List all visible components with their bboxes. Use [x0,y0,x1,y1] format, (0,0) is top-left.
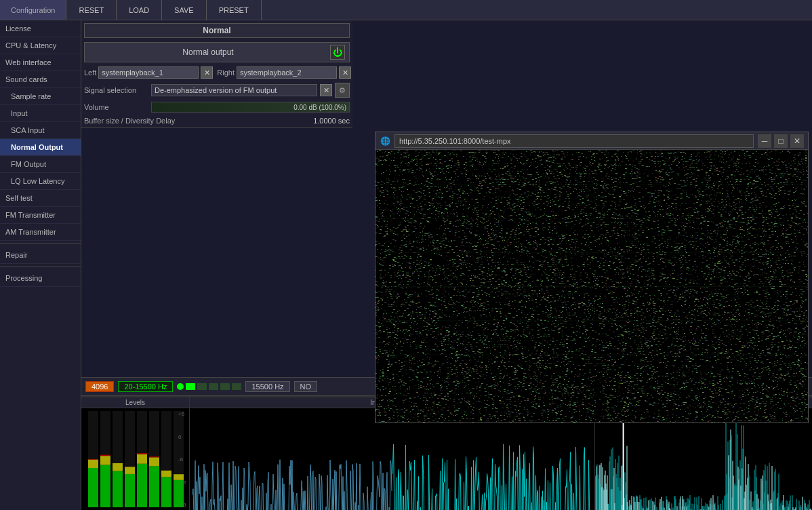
browser-content [375,150,808,423]
led-bar-3 [209,383,218,390]
right-clear-button[interactable]: ✕ [339,66,351,79]
volume-value: 0.00 dB (100.0%) [293,102,346,112]
buffer-label: Buffer size / Diversity Delay [84,117,199,125]
sidebar-item-license[interactable]: License [0,20,81,37]
sidebar-item-normal-output[interactable]: Normal Output [0,139,81,156]
led-bar-4 [220,383,230,390]
proc-value-1[interactable]: 4096 [85,381,114,392]
sidebar-item-fm-transmitter[interactable]: FM Transmitter [0,207,81,224]
sidebar-item-am-transmitter[interactable]: AM Transmitter [0,224,81,241]
right-label: Right [217,68,235,77]
buffer-value: 1.0000 sec [202,117,350,125]
volume-label: Volume [84,103,148,111]
browser-controls: ─ □ ✕ [758,134,804,148]
normal-output-label: Normal output [89,47,327,57]
sidebar-item-repair[interactable]: Repair [0,247,81,264]
close-button[interactable]: ✕ [790,134,804,148]
sidebar-item-sample-rate[interactable]: Sample rate [0,88,81,105]
levels-canvas [81,408,189,510]
io-canvas [190,408,594,510]
levels-content [81,408,189,510]
signal-selection-label: Signal selection [84,86,148,94]
signal-config-button[interactable]: ⚙ [335,83,350,98]
reset-button[interactable]: RESET [66,0,117,20]
signal-selection-input[interactable] [151,84,317,96]
load-button[interactable]: LOAD [117,0,162,20]
main-area: License CPU & Latency Web interface Soun… [0,20,812,510]
left-label: Left [84,68,96,77]
panel-title: Normal [84,23,350,38]
minimize-button[interactable]: ─ [758,134,771,148]
levels-title: Levels [81,397,189,408]
sidebar-item-processing[interactable]: Processing [0,270,81,287]
browser-titlebar: 🌐 ─ □ ✕ [375,132,808,150]
configuration-button[interactable]: Configuration [0,0,66,20]
browser-url-input[interactable] [394,134,754,148]
led-green [177,383,184,390]
proc-no-value[interactable]: NO [294,381,318,392]
sidebar-item-cpu-latency[interactable]: CPU & Latency [0,37,81,54]
left-channel-input[interactable] [98,66,199,79]
sidebar-item-lq-low-latency[interactable]: LQ Low Latency [0,173,81,190]
mpx-content [595,408,812,510]
sidebar-item-sca-input[interactable]: SCA Input [0,122,81,139]
led-bar-2 [197,383,207,390]
browser-icon: 🌐 [380,136,390,146]
sidebar-item-sound-cards[interactable]: Sound cards [0,71,81,88]
volume-bar[interactable]: 0.00 dB (100.0%) [151,102,350,113]
levels-section: Levels [81,397,190,510]
led-bar-1 [186,383,195,390]
left-clear-button[interactable]: ✕ [201,66,213,79]
sidebar: License CPU & Latency Web interface Soun… [0,20,81,510]
spectrum-canvas [375,150,808,423]
proc-freq-out[interactable]: 15500 Hz [245,381,289,392]
top-bar: Configuration RESET LOAD SAVE PRESET [0,0,812,20]
center-panel: Normal Normal output ⏻ Left ✕ Right ✕ [81,20,812,510]
sidebar-item-self-test[interactable]: Self test [0,190,81,207]
right-channel-input[interactable] [237,66,337,79]
led-bar-5 [232,383,241,390]
mpx-canvas [595,408,812,510]
signal-clear-button[interactable]: ✕ [320,84,332,96]
sidebar-item-input[interactable]: Input [0,105,81,122]
sidebar-item-web-interface[interactable]: Web interface [0,54,81,71]
preset-button[interactable]: PRESET [207,0,262,20]
io-content [190,408,594,510]
proc-freq-range[interactable]: 20-15500 Hz [118,381,173,392]
browser-window: 🌐 ─ □ ✕ [375,132,809,423]
maximize-button[interactable]: □ [774,134,788,148]
save-button[interactable]: SAVE [162,0,207,20]
sidebar-item-fm-output[interactable]: FM Output [0,156,81,173]
power-button[interactable]: ⏻ [330,45,345,60]
